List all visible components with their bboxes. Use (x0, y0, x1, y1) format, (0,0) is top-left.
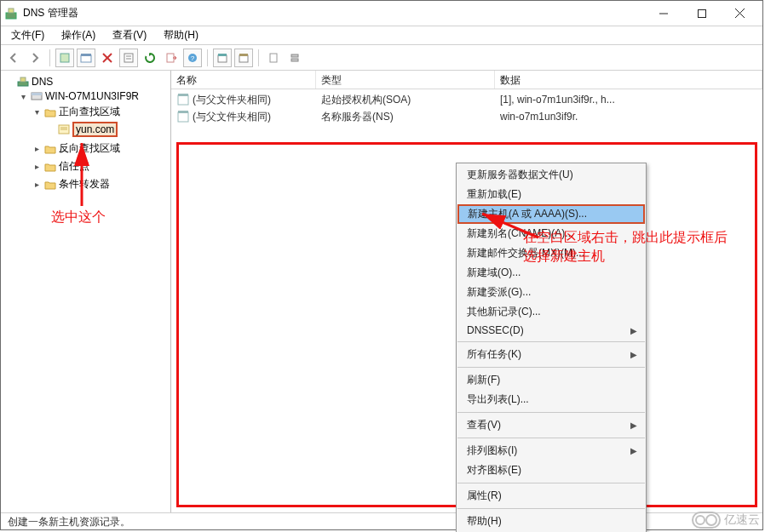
svg-rect-19 (218, 54, 227, 56)
svg-rect-0 (6, 13, 16, 19)
tree-label: 信任点 (59, 159, 89, 174)
menu-help[interactable]: 帮助(H) (157, 26, 205, 44)
menu-view[interactable]: 查看(V) (106, 26, 153, 44)
context-menu-item-label: 更新服务器数据文件(U) (467, 168, 573, 182)
col-type[interactable]: 类型 (316, 71, 495, 89)
list-rows: (与父文件夹相同) 起始授权机构(SOA) [1], win-o7m1un3if… (171, 89, 762, 127)
tool-filter-icon[interactable] (119, 49, 138, 67)
context-menu-separator (457, 367, 645, 368)
cell-data: win-o7m1un3if9r. (495, 111, 762, 123)
list-row[interactable]: (与父文件夹相同) 名称服务器(NS) win-o7m1un3if9r. (171, 108, 762, 125)
tool-help-icon[interactable]: ? (183, 49, 202, 67)
cell-data: [1], win-o7m1un3if9r., h... (495, 94, 762, 106)
list-pane[interactable]: 名称 类型 数据 (与父文件夹相同) 起始授权机构(SOA) [1], win-… (171, 71, 762, 512)
tool-delete-icon[interactable] (98, 49, 117, 67)
forward-button[interactable] (26, 49, 44, 67)
back-button[interactable] (4, 49, 23, 67)
expand-icon[interactable]: ▸ (32, 144, 42, 154)
tool-properties-icon[interactable] (77, 49, 95, 67)
tool-new-icon[interactable] (55, 49, 74, 67)
context-menu-item-label: 对齐图标(E) (467, 463, 521, 478)
context-menu-item[interactable]: 所有任务(K)▶ (457, 345, 646, 364)
list-row[interactable]: (与父文件夹相同) 起始授权机构(SOA) [1], win-o7m1un3if… (171, 91, 762, 108)
close-button[interactable] (721, 2, 759, 26)
context-menu-item[interactable]: DNSSEC(D)▶ (457, 322, 646, 339)
context-menu-item[interactable]: 排列图标(I)▶ (457, 441, 646, 460)
record-icon (176, 93, 190, 106)
context-menu-item[interactable]: 帮助(H) (457, 512, 646, 531)
col-data[interactable]: 数据 (495, 71, 762, 89)
tool-server-icon[interactable] (285, 49, 304, 67)
context-menu-item[interactable]: 更新服务器数据文件(U) (457, 165, 646, 185)
watermark-logo-icon (692, 512, 721, 529)
collapse-icon[interactable]: ▾ (32, 107, 42, 117)
context-menu-item[interactable]: 刷新(F) (457, 370, 646, 390)
toolbar-separator (207, 49, 208, 66)
folder-icon (44, 180, 56, 190)
menu-action[interactable]: 操作(A) (55, 26, 102, 44)
tree-root-dns[interactable]: DNS (3, 75, 169, 89)
watermark: 亿速云 (692, 512, 760, 529)
tool-preview-icon[interactable] (264, 49, 283, 67)
submenu-arrow-icon: ▶ (630, 446, 637, 455)
col-name[interactable]: 名称 (171, 71, 316, 89)
context-menu-item[interactable]: 导出列表(L)... (457, 390, 646, 409)
maximize-button[interactable] (682, 2, 721, 26)
svg-rect-1 (9, 9, 14, 13)
context-menu-item[interactable]: 对齐图标(E) (457, 460, 646, 480)
tree-label: 反向查找区域 (59, 141, 120, 156)
cell-name: (与父文件夹相同) (193, 110, 271, 124)
expand-icon[interactable]: ▸ (32, 162, 42, 172)
tool-record-icon[interactable] (213, 49, 232, 67)
annotation-left-label: 选中这个 (51, 208, 106, 226)
context-menu-item[interactable]: 重新加载(E) (457, 185, 646, 204)
tree-reverse-zones[interactable]: ▸ 反向查找区域 (30, 140, 169, 157)
cell-type: 起始授权机构(SOA) (316, 93, 495, 107)
statusbar: 创建一条新主机资源记录。 (1, 512, 762, 529)
context-menu-item-label: 导出列表(L)... (467, 392, 529, 407)
tree-conditional-forwarders[interactable]: ▸ 条件转发器 (30, 176, 169, 192)
expand-icon[interactable]: ▸ (32, 180, 42, 190)
tree-pane: DNS ▾ WIN-O7M1UN3IF9R (1, 71, 171, 512)
tool-record2-icon[interactable] (234, 49, 253, 67)
titlebar: DNS 管理器 (1, 1, 762, 26)
context-menu-item-label: 新建委派(G)... (467, 285, 531, 300)
context-menu-item[interactable]: 新建主机(A 或 AAAA)(S)... (457, 204, 645, 224)
content-area: DNS ▾ WIN-O7M1UN3IF9R (1, 71, 762, 512)
svg-text:?: ? (191, 54, 195, 62)
context-menu-item[interactable]: 新建委派(G)... (457, 283, 646, 302)
context-menu-item[interactable]: 查看(V)▶ (457, 415, 646, 435)
svg-rect-32 (178, 95, 188, 105)
toolbar-separator (258, 49, 259, 66)
svg-rect-18 (218, 55, 227, 62)
context-menu-item-label: 重新加载(E) (467, 187, 521, 202)
tree-zone-yun-com[interactable]: yun.com (43, 121, 169, 138)
window-title: DNS 管理器 (23, 6, 644, 20)
svg-rect-24 (291, 59, 298, 61)
svg-rect-21 (239, 54, 248, 56)
folder-icon (44, 162, 56, 172)
tree-label: WIN-O7M1UN3IF9R (45, 90, 139, 102)
context-menu-item[interactable]: 属性(R) (457, 486, 646, 506)
tool-refresh-icon[interactable] (141, 49, 159, 67)
minimize-button[interactable] (644, 2, 682, 26)
tree-forward-zones[interactable]: ▾ 正向查找区域 (30, 104, 169, 120)
tree-trust-points[interactable]: ▸ 信任点 (30, 158, 169, 174)
watermark-text: 亿速云 (724, 512, 760, 528)
context-menu-separator (457, 412, 645, 413)
context-menu-item-label: 新建域(O)... (467, 266, 521, 280)
collapse-icon[interactable]: ▾ (18, 91, 28, 101)
folder-icon (44, 144, 56, 154)
tree-label: DNS (32, 76, 53, 88)
dns-icon (17, 77, 29, 87)
tool-export-icon[interactable] (162, 49, 181, 67)
toolbar: ? (1, 45, 762, 71)
svg-rect-3 (698, 9, 705, 17)
context-menu-item[interactable]: 其他新记录(C)... (457, 302, 646, 322)
svg-rect-28 (32, 93, 42, 95)
tree: DNS ▾ WIN-O7M1UN3IF9R (3, 74, 169, 195)
context-menu-separator (457, 438, 645, 438)
svg-rect-34 (178, 112, 188, 122)
menu-file[interactable]: 文件(F) (4, 26, 51, 44)
tree-server[interactable]: ▾ WIN-O7M1UN3IF9R (16, 89, 169, 103)
